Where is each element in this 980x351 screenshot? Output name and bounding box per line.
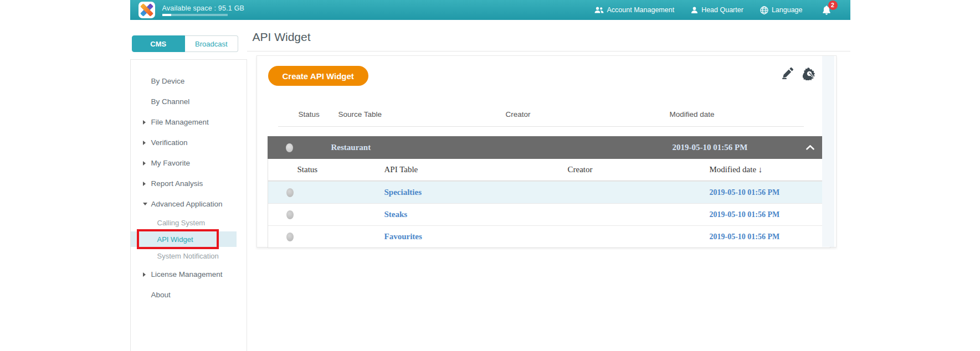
tab-broadcast[interactable]: Broadcast [185,35,238,52]
scrollbar-track[interactable] [822,56,834,247]
settings-gear-icon[interactable] [803,67,816,80]
chevron-right-icon [143,161,151,166]
space-progressbar [162,14,228,16]
subcol-api-table: API Table [384,165,568,174]
notification-bell[interactable]: 2 [822,5,832,16]
sidebar-item-label: Advanced Application [151,200,223,208]
subcol-status: Status [268,165,384,174]
col-status: Status [278,110,338,118]
sidebar: CMS Broadcast By Device By Channel File … [130,20,247,351]
collapse-chevron-icon[interactable] [806,143,814,152]
chevron-right-icon [143,141,151,145]
source-table-group: Restaurant 2019-05-10 01:56 PM Status AP… [268,136,830,248]
sidebar-item-verification[interactable]: Verification [131,132,247,153]
sidebar-item-label: By Device [151,77,185,85]
sidebar-subitem-api-widget[interactable]: API Widget [131,231,237,247]
available-space-label: Available space : 95.1 GB [162,4,245,12]
card-actions [781,67,816,80]
available-space: Available space : 95.1 GB [162,4,245,16]
page-title: API Widget [253,30,850,44]
nav-language-label: Language [772,6,803,14]
subcol-creator: Creator [568,165,710,174]
topbar: Available space : 95.1 GB Account Manage… [130,0,850,20]
chevron-right-icon [143,120,151,125]
subtable-header: Status API Table Creator Modified date ↓ [268,159,830,181]
col-modified-date: Modified date [670,110,804,118]
row-modified-date[interactable]: 2019-05-10 01:56 PM [710,233,786,241]
sort-desc-icon: ↓ [758,165,763,174]
group-modified-date: 2019-05-10 01:56 PM [673,143,791,152]
sidebar-item-by-device[interactable]: By Device [131,71,247,91]
sidebar-subitem-system-notification[interactable]: System Notification [131,247,247,264]
nav-account-management-label: Account Management [607,6,675,14]
sidebar-item-advanced-application[interactable]: Advanced Application [131,194,247,214]
sidebar-item-label: About [151,291,171,299]
sidebar-panel: By Device By Channel File Management Ver… [130,59,247,351]
sidebar-item-label: License Management [151,270,223,278]
row-name[interactable]: Steaks [384,210,568,219]
tab-cms[interactable]: CMS [132,35,186,52]
sidebar-item-report-analysis[interactable]: Report Analysis [131,173,247,194]
sidebar-item-label: File Management [151,118,209,126]
app-window: Available space : 95.1 GB Account Manage… [130,0,850,351]
sidebar-subitem-calling-system[interactable]: Calling System [131,214,247,231]
content-card: Create API Widget Status Source Table Cr… [256,55,837,247]
row-name[interactable]: Favourites [384,232,568,241]
mode-toggle: CMS Broadcast [132,35,238,52]
status-dot [286,143,293,152]
sidebar-item-label: Verification [151,138,188,147]
space-progress-fill [162,14,171,16]
row-name[interactable]: Specialties [384,188,568,197]
nav-account-management[interactable]: Account Management [594,6,675,14]
nav-head-quarter-label: Head Quarter [701,6,743,14]
sidebar-item-about[interactable]: About [131,285,247,305]
nav-language[interactable]: Language [760,6,803,14]
row-modified-date[interactable]: 2019-05-10 01:56 PM [710,210,786,219]
subcol-modified-date[interactable]: Modified date ↓ [710,165,786,174]
group-row-restaurant[interactable]: Restaurant 2019-05-10 01:56 PM [268,136,830,159]
sidebar-item-by-channel[interactable]: By Channel [131,91,247,112]
app-logo [138,2,155,18]
col-creator: Creator [506,110,670,118]
sidebar-subitem-label: System Notification [157,252,219,260]
chevron-down-icon [143,203,151,205]
edit-pencil-icon[interactable] [781,67,794,80]
chevron-right-icon [143,272,151,277]
sidebar-item-label: Report Analysis [151,179,203,188]
sidebar-item-label: My Favorite [151,159,191,167]
sidebar-subitem-label: Calling System [157,219,206,227]
status-dot [286,210,294,219]
nav-head-quarter[interactable]: Head Quarter [691,6,743,14]
user-icon [691,7,698,14]
chevron-right-icon [143,182,151,186]
globe-icon [760,6,768,14]
sidebar-item-label: By Channel [151,97,190,106]
sidebar-item-file-management[interactable]: File Management [131,112,247,132]
sidebar-subitem-label: API Widget [157,235,193,244]
group-name[interactable]: Restaurant [331,143,673,152]
main-content: API Widget Create API Widget Status Sour… [247,20,850,351]
subcol-modified-date-label: Modified date [710,165,757,174]
users-icon [594,7,604,14]
col-source-table: Source Table [338,110,506,118]
table-row-specialties[interactable]: Specialties 2019-05-10 01:56 PM [268,181,830,203]
api-table-list: Status API Table Creator Modified date ↓… [268,159,830,248]
table-row-favourites[interactable]: Favourites 2019-05-10 01:56 PM [268,225,830,247]
table-header: Status Source Table Creator Modified dat… [278,110,804,127]
table-row-steaks[interactable]: Steaks 2019-05-10 01:56 PM [268,203,830,225]
status-dot [286,233,294,241]
create-api-widget-button[interactable]: Create API Widget [268,66,368,86]
status-dot [286,188,294,197]
row-modified-date[interactable]: 2019-05-10 01:56 PM [710,188,786,197]
sidebar-item-my-favorite[interactable]: My Favorite [131,153,247,173]
notification-badge[interactable]: 2 [828,1,838,10]
main-header: API Widget [247,20,850,51]
topbar-nav: Account Management Head Quarter Language… [594,5,850,16]
sidebar-item-license-management[interactable]: License Management [131,264,247,285]
